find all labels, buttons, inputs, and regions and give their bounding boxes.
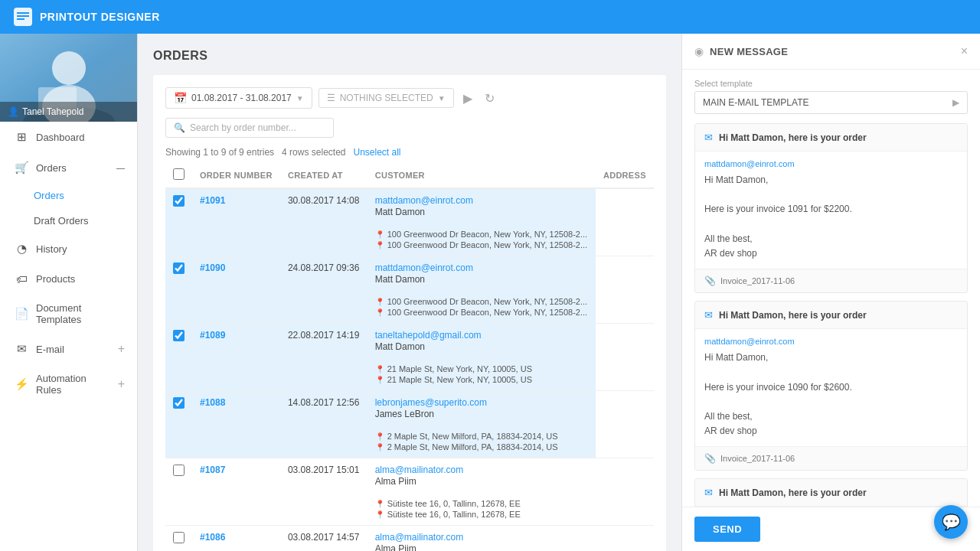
address-line-1: 100 Greenwood Dr Beacon, New York, NY, 1… [387, 230, 588, 239]
table-row: #1091 30.08.2017 14:08 mattdamon@einrot.… [165, 188, 654, 256]
col-created-at: CREATED AT [280, 162, 368, 188]
customer-cell: alma@mailinator.com Alma Piim [368, 526, 596, 551]
sidebar-item-orders[interactable]: 🛒 Orders — [0, 152, 137, 183]
sidebar-item-label: Dashboard [36, 132, 125, 143]
automation-add-button[interactable]: + [118, 377, 125, 391]
sidebar-sub-label: Draft Orders [34, 215, 89, 227]
message-card: ✉ Hi Matt Damon, here is your order tane… [694, 478, 968, 507]
attachment-icon: 📎 [704, 276, 716, 286]
address-cell: 📍2 Maple St, New Milford, PA, 18834-2014… [368, 425, 596, 458]
row-checkbox[interactable] [173, 330, 185, 341]
created-at-cell: 03.08.2017 14:57 [280, 526, 368, 552]
row-checkbox[interactable] [173, 262, 185, 274]
address-cell: 📍21 Maple St, New York, NY, 10005, US 📍2… [368, 358, 596, 390]
app-title: PRINTOUT DESIGNER [40, 11, 160, 23]
message-card-header: ✉ Hi Matt Damon, here is your order [695, 124, 967, 152]
chat-icon: 💬 [942, 513, 961, 531]
created-at-cell: 03.08.2017 15:01 [280, 458, 368, 526]
sidebar-item-email[interactable]: ✉ E-mail + [0, 334, 137, 364]
apply-filter-button[interactable]: ▶ [460, 88, 475, 109]
filter-bar: 📅 01.08.2017 - 31.08.2017 ▼ ☰ NOTHING SE… [165, 87, 654, 109]
address-icon: 📍 [375, 308, 384, 317]
orders-page: ORDERS 📅 01.08.2017 - 31.08.2017 ▼ ☰ NOT… [138, 34, 681, 551]
user-icon: 👤 [8, 106, 19, 117]
chevron-up-icon: — [116, 163, 125, 172]
status-filter[interactable]: ☰ NOTHING SELECTED ▼ [318, 88, 454, 108]
message-body: mattdamon@einrot.com Hi Matt Damon,Here … [695, 329, 967, 446]
send-button[interactable]: SEND [694, 517, 760, 542]
sidebar-item-products[interactable]: 🏷 Products [0, 264, 137, 294]
app-logo: PRINTOUT DESIGNER [12, 6, 160, 28]
customer-name: Matt Damon [375, 274, 588, 285]
sidebar-item-orders-sub[interactable]: Orders [0, 183, 137, 208]
table-row: #1090 24.08.2017 09:36 mattdamon@einrot.… [165, 256, 654, 324]
address-line-1: 100 Greenwood Dr Beacon, New York, NY, 1… [387, 297, 588, 306]
address-cell: 📍100 Greenwood Dr Beacon, New York, NY, … [368, 291, 596, 323]
customer-name: Matt Damon [375, 341, 588, 352]
col-address: ADDRESS [596, 162, 654, 188]
sidebar: 👤 Tanel Tahepold ⊞ Dashboard 🛒 Orders — … [0, 34, 138, 551]
panel-body: Select template MAIN E-MAIL TEMPLATE ▶ ✉… [682, 70, 980, 507]
select-all-checkbox[interactable] [173, 168, 185, 180]
customer-name: Alma Piim [375, 476, 588, 487]
created-at-cell: 30.08.2017 14:08 [280, 188, 368, 256]
message-recipient-email: mattdamon@einrot.com [704, 337, 958, 346]
date-range-value: 01.08.2017 - 31.08.2017 [191, 93, 292, 103]
template-select-dropdown[interactable]: MAIN E-MAIL TEMPLATE ▶ [694, 91, 968, 114]
message-title: Hi Matt Damon, here is your order [719, 132, 867, 143]
search-bar: 🔍 [165, 118, 334, 138]
message-text: Hi Matt Damon,Here is your invoice 1091 … [704, 173, 958, 261]
sidebar-item-dashboard[interactable]: ⊞ Dashboard [0, 122, 137, 152]
svg-point-6 [52, 51, 86, 85]
created-at-cell: 24.08.2017 09:36 [280, 256, 368, 324]
email-msg-icon: ✉ [704, 132, 713, 143]
sidebar-item-document-templates[interactable]: 📄 Document Templates [0, 294, 137, 334]
row-checkbox[interactable] [173, 195, 185, 207]
showing-text: Showing 1 to 9 of 9 entries [165, 147, 274, 158]
message-text: Hi Matt Damon,Here is your invoice 1090 … [704, 350, 958, 439]
sidebar-item-label: Orders [36, 162, 109, 174]
template-dropdown-arrow-icon: ▶ [952, 97, 959, 108]
message-panel-icon: ◉ [694, 45, 704, 57]
address-line-2: 100 Greenwood Dr Beacon, New York, NY, 1… [387, 308, 588, 317]
search-input[interactable] [190, 122, 325, 133]
address-cell: 📍Sütiste tee 16, 0, Tallinn, 12678, EE 📍… [368, 493, 596, 525]
address-line-1: Sütiste tee 16, 0, Tallinn, 12678, EE [387, 499, 521, 508]
panel-title: NEW MESSAGE [710, 46, 788, 57]
sidebar-item-history[interactable]: ◔ History [0, 233, 137, 264]
address-icon: 📍 [375, 230, 384, 239]
created-at-cell: 22.08.2017 14:19 [280, 324, 368, 391]
logo-icon [12, 6, 34, 28]
panel-close-button[interactable]: × [961, 44, 968, 58]
table-row: #1086 03.08.2017 14:57 alma@mailinator.c… [165, 526, 654, 552]
attachment-filename: Invoice_2017-11-06 [720, 454, 795, 463]
panel-header-left: ◉ NEW MESSAGE [694, 45, 788, 57]
selected-text: 4 rows selected [282, 147, 345, 158]
row-checkbox[interactable] [173, 397, 185, 409]
chat-bubble-button[interactable]: 💬 [934, 505, 968, 539]
customer-cell: mattdamon@einrot.com Matt Damon [368, 256, 596, 291]
order-number-cell: #1087 [192, 458, 280, 526]
sidebar-item-label: Automation Rules [36, 373, 110, 396]
row-checkbox[interactable] [173, 532, 185, 543]
sidebar-item-label: E-mail [36, 344, 110, 355]
attachment-icon: 📎 [704, 453, 716, 464]
address-line-1: 21 Maple St, New York, NY, 10005, US [387, 364, 532, 373]
table-info: Showing 1 to 9 of 9 entries 4 rows selec… [165, 147, 654, 158]
row-checkbox[interactable] [173, 465, 185, 476]
email-add-button[interactable]: + [118, 342, 125, 356]
col-customer: CUSTOMER [368, 162, 596, 188]
sidebar-item-automation-rules[interactable]: ⚡ Automation Rules + [0, 364, 137, 404]
attachment-filename: Invoice_2017-11-06 [720, 276, 795, 285]
address-line-2: 100 Greenwood Dr Beacon, New York, NY, 1… [387, 240, 588, 249]
created-at-cell: 14.08.2017 12:56 [280, 391, 368, 458]
message-card: ✉ Hi Matt Damon, here is your order matt… [694, 123, 968, 293]
unselect-all-link[interactable]: Unselect all [354, 147, 401, 158]
address-line-2: 21 Maple St, New York, NY, 10005, US [387, 375, 532, 384]
sidebar-user[interactable]: 👤 Tanel Tahepold [0, 34, 137, 122]
customer-name: Matt Damon [375, 207, 588, 217]
date-range-filter[interactable]: 📅 01.08.2017 - 31.08.2017 ▼ [165, 87, 312, 109]
sidebar-item-draft-orders[interactable]: Draft Orders [0, 208, 137, 233]
customer-cell: mattdamon@einrot.com Matt Damon [368, 189, 596, 223]
refresh-button[interactable]: ↻ [482, 88, 498, 109]
